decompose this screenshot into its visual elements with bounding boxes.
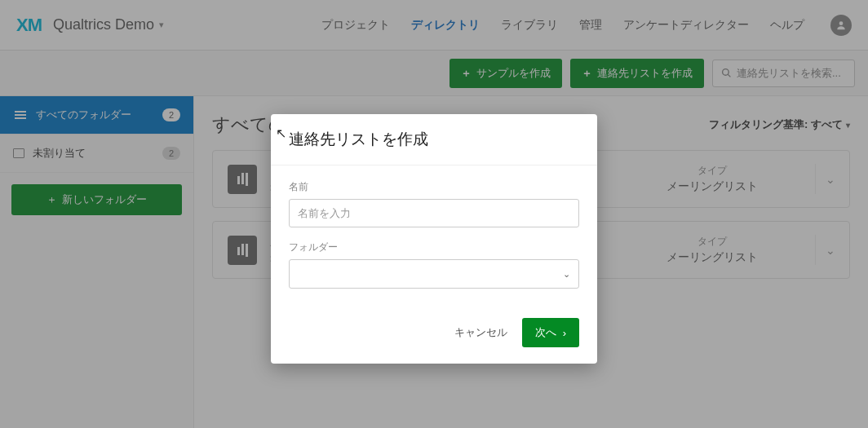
name-input[interactable]: [289, 199, 579, 227]
modal-title: ↖ 連絡先リストを作成: [271, 114, 597, 165]
modal-footer: キャンセル 次へ ›: [271, 307, 597, 364]
modal-overlay[interactable]: ↖ 連絡先リストを作成 名前 フォルダー ⌄ キャンセル 次へ ›: [0, 0, 868, 428]
chevron-down-icon: ⌄: [563, 269, 570, 280]
cancel-button[interactable]: キャンセル: [454, 325, 507, 340]
folder-select[interactable]: ⌄: [289, 259, 579, 289]
next-label: 次へ: [535, 325, 556, 340]
folder-label: フォルダー: [289, 240, 579, 254]
name-label: 名前: [289, 180, 579, 194]
create-list-modal: ↖ 連絡先リストを作成 名前 フォルダー ⌄ キャンセル 次へ ›: [271, 114, 597, 364]
modal-body: 名前 フォルダー ⌄: [271, 165, 597, 307]
next-button[interactable]: 次へ ›: [522, 318, 579, 347]
cursor-icon: ↖: [276, 126, 286, 141]
chevron-right-icon: ›: [563, 327, 566, 339]
